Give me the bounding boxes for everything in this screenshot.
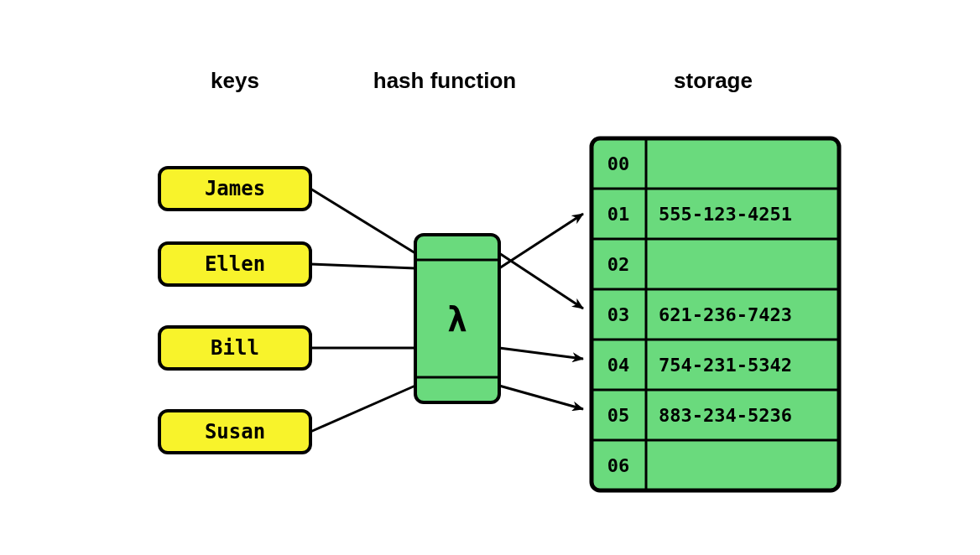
storage-value: 754-231-5342	[659, 355, 792, 376]
hash-function-box: λ	[415, 235, 499, 402]
keys-column: James Ellen Bill Susan	[159, 168, 310, 453]
line-key-3	[310, 386, 415, 432]
key-label: Bill	[211, 336, 259, 360]
storage-index: 01	[607, 204, 630, 225]
key-box: James	[159, 168, 310, 210]
storage-index: 00	[607, 153, 630, 174]
storage-index: 03	[607, 304, 630, 325]
key-box: Ellen	[159, 243, 310, 285]
key-label: James	[205, 177, 265, 200]
storage-index: 04	[607, 355, 630, 376]
line-key-0	[310, 189, 415, 253]
key-label: Susan	[205, 420, 265, 443]
heading-storage: storage	[674, 68, 753, 93]
lambda-symbol: λ	[447, 300, 467, 339]
storage-value: 621-236-7423	[659, 304, 792, 325]
heading-keys: keys	[211, 68, 259, 93]
key-box: Bill	[159, 327, 310, 369]
key-to-hash-lines	[310, 189, 415, 432]
arrow-to-slot-05	[499, 386, 583, 409]
storage-value: 555-123-4251	[659, 204, 792, 225]
heading-hash-function: hash function	[373, 68, 516, 93]
key-box: Susan	[159, 411, 310, 453]
line-key-1	[310, 264, 415, 268]
hash-to-storage-arrows	[499, 214, 583, 409]
storage-index: 02	[607, 254, 630, 275]
storage-index: 06	[607, 455, 630, 476]
arrow-to-slot-04	[499, 348, 583, 359]
storage-table: 00 01 555-123-4251 02 03 621-236-7423 04…	[592, 138, 839, 490]
storage-value: 883-234-5236	[659, 405, 792, 426]
key-label: Ellen	[205, 252, 265, 276]
arrow-to-slot-03	[499, 253, 583, 309]
hash-diagram: keys hash function storage James Ellen B…	[0, 0, 980, 555]
storage-index: 05	[607, 405, 630, 426]
